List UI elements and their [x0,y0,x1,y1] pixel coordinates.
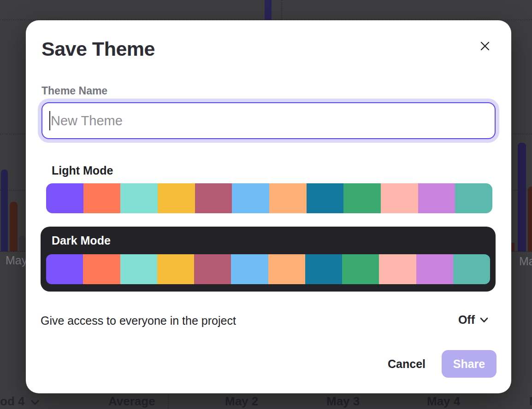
color-swatch [83,254,120,284]
theme-name-input[interactable] [42,103,495,138]
close-icon [479,41,491,53]
color-swatch [379,254,416,284]
x-axis-label-right: Ma [519,255,532,268]
chart-bar [10,202,18,251]
color-swatch [416,254,453,284]
color-swatch [120,183,158,213]
chart-bar [265,0,272,20]
color-swatch [418,183,455,213]
x-axis-label-average: Average [108,394,155,409]
x-axis-label-may2: May 2 [225,394,258,409]
color-swatch [194,254,231,284]
color-swatch [46,254,83,284]
color-swatch [46,183,83,213]
theme-name-field-wrap [41,102,496,139]
x-axis-label-may3: May 3 [326,394,360,409]
dark-mode-label: Dark Mode [52,234,111,247]
color-swatch [120,254,157,284]
x-axis-label-clipped: M [529,394,532,409]
color-swatch [305,254,342,284]
period-dropdown[interactable]: od 4 [0,394,39,409]
color-swatch [343,183,381,213]
chart-bar [1,169,8,251]
save-theme-dialog: Save Theme Theme Name Light Mode Dark Mo… [26,20,511,393]
color-swatch [195,183,232,213]
gridline [281,0,282,20]
x-axis-label-may4: May 4 [427,394,460,409]
access-label: Give access to everyone in the project [41,314,236,327]
color-swatch [83,183,121,213]
color-swatch [231,254,268,284]
color-swatch [453,254,490,284]
color-swatch [269,183,307,213]
gridline [168,391,169,409]
color-swatch [342,254,379,284]
color-swatch [381,183,418,213]
x-axis-label-left: May [6,254,27,267]
dark-mode-panel: Dark Mode [41,227,496,292]
period-dropdown-label: od 4 [0,394,24,409]
chevron-down-icon [480,316,488,324]
light-mode-label: Light Mode [52,164,113,177]
color-swatch [307,183,344,213]
color-swatch [232,183,269,213]
chart-bar [528,187,532,251]
color-swatch [158,183,195,213]
color-swatch [268,254,305,284]
chart-bar [518,143,526,251]
access-dropdown-value: Off [458,313,475,327]
chevron-down-icon [31,394,39,409]
theme-name-label: Theme Name [41,85,107,97]
color-swatch [455,183,492,213]
chart-bar [19,236,26,251]
color-swatch [157,254,194,284]
dialog-title: Save Theme [41,38,155,60]
text-caret [49,111,50,130]
share-button[interactable]: Share [442,350,497,378]
light-mode-palette [46,183,492,213]
access-dropdown[interactable]: Off [458,313,488,327]
close-button[interactable] [475,36,495,57]
dark-mode-palette [46,254,490,284]
cancel-button[interactable]: Cancel [384,350,430,378]
